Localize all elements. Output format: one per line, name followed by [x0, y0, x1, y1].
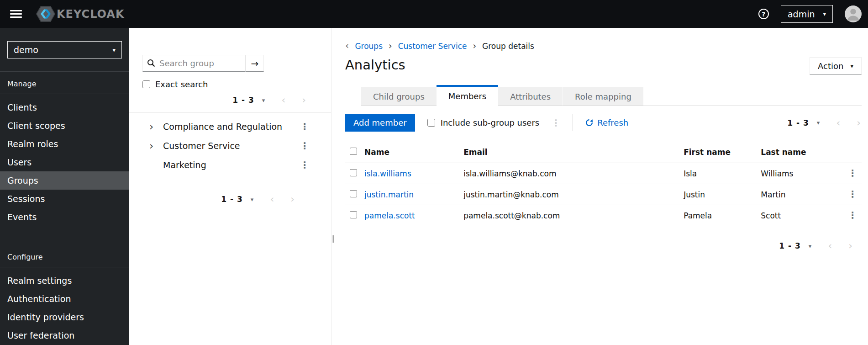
- row-checkbox[interactable]: [350, 190, 357, 197]
- sidebar-item-authentication[interactable]: Authentication: [0, 290, 129, 308]
- next-page-icon[interactable]: ›: [857, 118, 861, 128]
- kebab-menu-icon[interactable]: ⋮: [551, 118, 560, 127]
- member-email: isla.williams@knab.com: [460, 163, 680, 184]
- next-page-icon[interactable]: ›: [848, 241, 852, 251]
- expand-chevron-icon[interactable]: ›: [149, 122, 156, 132]
- tree-item-marketing: Marketing ⋮: [129, 155, 331, 175]
- column-header-last-name[interactable]: Last name: [757, 141, 843, 163]
- chevron-down-icon: ▾: [112, 47, 116, 53]
- sidebar-nav: demo ▾ Manage Clients Client scopes Real…: [0, 28, 129, 345]
- refresh-link[interactable]: Refresh: [585, 118, 628, 127]
- masthead: KEYCLOAK ? admin ▾: [0, 0, 868, 28]
- sidebar-item-identity-providers[interactable]: Identity providers: [0, 308, 129, 326]
- page-title: Analytics: [345, 57, 405, 73]
- drag-grip-icon: [332, 235, 334, 243]
- include-subgroups-checkbox[interactable]: [427, 119, 435, 127]
- avatar[interactable]: [845, 5, 862, 22]
- member-name-link[interactable]: justin.martin: [364, 190, 414, 199]
- expand-chevron-icon[interactable]: ›: [149, 141, 156, 151]
- member-email: pamela.scott@knab.com: [460, 205, 680, 226]
- tree-pagination-top: 1 - 3 ▾ ‹ ›: [129, 95, 306, 105]
- tree-item-compliance-and-regulation: › Compliance and Regulation ⋮: [129, 117, 331, 136]
- keycloak-logo-icon: [36, 5, 56, 23]
- breadcrumb-back-icon[interactable]: ‹: [345, 41, 349, 51]
- chevron-right-icon: ›: [473, 42, 476, 50]
- chevron-right-icon: ›: [389, 42, 392, 50]
- member-name-link[interactable]: isla.williams: [364, 169, 411, 178]
- tab-attributes[interactable]: Attributes: [498, 87, 563, 106]
- search-submit-button[interactable]: →: [246, 55, 264, 72]
- chevron-down-icon[interactable]: ▾: [809, 243, 812, 249]
- kebab-menu-icon[interactable]: ⋮: [300, 141, 309, 150]
- refresh-icon: [585, 119, 593, 127]
- tree-pagination-bottom: 1 - 3 ▾ ‹ ›: [129, 194, 295, 204]
- breadcrumb-current: Group details: [482, 42, 534, 51]
- panel-resize-handle[interactable]: [331, 28, 334, 345]
- chevron-down-icon[interactable]: ▾: [251, 196, 254, 203]
- sidebar-item-events[interactable]: Events: [0, 208, 129, 226]
- column-header-email[interactable]: Email: [460, 141, 680, 163]
- kebab-menu-icon[interactable]: ⋮: [300, 122, 309, 131]
- breadcrumb-groups-link[interactable]: Groups: [355, 42, 383, 51]
- sidebar-item-groups[interactable]: Groups: [0, 171, 129, 190]
- member-first-name: Isla: [680, 163, 757, 184]
- search-icon: [147, 59, 155, 67]
- keycloak-brand: KEYCLOAK: [36, 5, 125, 23]
- exact-search-checkbox[interactable]: [142, 80, 150, 88]
- previous-page-icon[interactable]: ‹: [836, 118, 840, 128]
- row-checkbox[interactable]: [350, 169, 357, 176]
- kebab-menu-icon[interactable]: ⋮: [848, 189, 857, 200]
- previous-page-icon[interactable]: ‹: [281, 95, 285, 105]
- kebab-menu-icon[interactable]: ⋮: [848, 168, 857, 179]
- add-member-button[interactable]: Add member: [345, 114, 415, 132]
- group-tabs: Child groups Members Attributes Role map…: [361, 85, 862, 106]
- next-page-icon[interactable]: ›: [290, 194, 295, 204]
- chevron-down-icon[interactable]: ▾: [817, 119, 820, 126]
- sidebar-item-realm-settings[interactable]: Realm settings: [0, 271, 129, 290]
- tab-child-groups[interactable]: Child groups: [361, 87, 437, 106]
- member-last-name: Williams: [757, 163, 843, 184]
- nav-section-manage: Manage: [0, 72, 129, 94]
- members-pagination-top: 1 - 3 ▾ ‹ ›: [787, 118, 861, 128]
- chevron-down-icon[interactable]: ▾: [262, 97, 265, 104]
- sidebar-item-realm-roles[interactable]: Realm roles: [0, 135, 129, 153]
- sidebar-item-clients[interactable]: Clients: [0, 98, 129, 117]
- username: admin: [788, 9, 815, 19]
- member-last-name: Martin: [757, 184, 843, 205]
- tab-members[interactable]: Members: [437, 85, 498, 106]
- breadcrumb-customer-service-link[interactable]: Customer Service: [398, 42, 467, 51]
- sidebar-item-sessions[interactable]: Sessions: [0, 190, 129, 208]
- user-dropdown[interactable]: admin ▾: [781, 5, 833, 23]
- realm-name: demo: [14, 45, 38, 55]
- chevron-down-icon: ▾: [823, 11, 826, 17]
- table-header-row: Name Email First name Last name: [345, 141, 862, 163]
- column-header-name[interactable]: Name: [361, 141, 460, 163]
- exact-search-label: Exact search: [155, 80, 208, 89]
- column-header-first-name[interactable]: First name: [680, 141, 757, 163]
- search-group-input[interactable]: [142, 55, 246, 72]
- hamburger-menu-icon[interactable]: [10, 8, 22, 20]
- pagination-range: 1 - 3: [779, 241, 801, 250]
- realm-selector[interactable]: demo ▾: [7, 41, 122, 58]
- select-all-checkbox[interactable]: [350, 148, 357, 155]
- table-row: pamela.scott pamela.scott@knab.com Pamel…: [345, 205, 862, 226]
- row-checkbox[interactable]: [350, 211, 357, 218]
- tree-item-customer-service: › Customer Service ⋮: [129, 136, 331, 155]
- sidebar-item-client-scopes[interactable]: Client scopes: [0, 117, 129, 135]
- previous-page-icon[interactable]: ‹: [270, 194, 274, 204]
- kebab-menu-icon[interactable]: ⋮: [848, 210, 857, 221]
- action-dropdown-button[interactable]: Action ▾: [810, 57, 862, 75]
- tab-role-mapping[interactable]: Role mapping: [563, 87, 643, 106]
- include-subgroups-control: Include sub-group users: [427, 118, 540, 127]
- chevron-down-icon: ▾: [850, 63, 853, 69]
- help-icon[interactable]: ?: [758, 9, 769, 19]
- sidebar-item-user-federation[interactable]: User federation: [0, 326, 129, 345]
- sidebar-item-users[interactable]: Users: [0, 153, 129, 171]
- table-row: isla.williams isla.williams@knab.com Isl…: [345, 163, 862, 184]
- kebab-menu-icon[interactable]: ⋮: [300, 160, 309, 170]
- next-page-icon[interactable]: ›: [302, 95, 306, 105]
- previous-page-icon[interactable]: ‹: [828, 241, 832, 251]
- member-name-link[interactable]: pamela.scott: [364, 211, 415, 220]
- brand-title: KEYCLOAK: [57, 8, 125, 21]
- member-first-name: Pamela: [680, 205, 757, 226]
